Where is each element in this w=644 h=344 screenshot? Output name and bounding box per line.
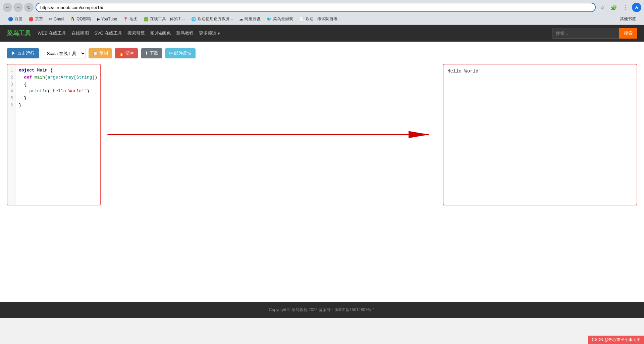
tool-select[interactable]: Scala 在线工具 xyxy=(42,49,86,58)
clear-icon: 🔥 xyxy=(119,51,124,56)
output-wrapper: Hello World! xyxy=(443,64,637,205)
main-content: ▶ 点击运行 Scala 在线工具 📋 复制 🔥 清空 ⬇ 下载 ✉ 邮件反馈 … xyxy=(0,42,644,302)
copy-button[interactable]: 📋 复制 xyxy=(89,48,112,58)
gmail-icon: ✉ xyxy=(49,17,52,21)
bookmarks-bar: 🔵 百度 🔴 京东 ✉ Gmail 🐧 QQ邮箱 ▶ YouTube 📍 地图 … xyxy=(3,14,641,25)
nav-more-label: 更多频道 xyxy=(199,30,216,36)
bookmark-star-icon[interactable]: ☆ xyxy=(598,3,607,12)
browser-chrome: ← → ↻ ☆ 🧩 ⋮ A 🔵 百度 🔴 京东 ✉ Gmail 🐧 QQ邮箱 xyxy=(0,0,644,25)
forward-button[interactable]: → xyxy=(13,3,23,12)
site-navbar: 菜鸟工具 WEB 在线工具 在线画图 SVG 在线工具 搜索引擎 图片&颜色 菜… xyxy=(0,25,644,42)
tools-icon: 🟩 xyxy=(144,17,149,21)
feedback-button[interactable]: ✉ 邮件反馈 xyxy=(165,48,196,58)
games-icon: 🐦 xyxy=(267,17,272,21)
qqmail-icon: 🐧 xyxy=(70,17,75,21)
line-numbers: 1 2 3 4 5 6 xyxy=(7,64,15,205)
run-button[interactable]: ▶ 点击运行 xyxy=(7,48,39,58)
editor-area: 1 2 3 4 5 6 object Main { def main(args:… xyxy=(7,64,637,205)
browser-toolbar: ← → ↻ ☆ 🧩 ⋮ A xyxy=(3,3,641,12)
footer-text: Copyright © 菜鸟教程 2022 备案号：闽ICP备15012807号… xyxy=(269,307,375,312)
search-input[interactable] xyxy=(552,28,619,39)
bookmark-aliyun-label: 阿里云盘 xyxy=(245,16,261,22)
site-footer: Copyright © 菜鸟教程 2022 备案号：闽ICP备15012807号… xyxy=(0,302,644,318)
bookmark-maps-label: 地图 xyxy=(129,16,138,22)
jd-icon: 🔴 xyxy=(29,17,34,21)
jwc-icon: 🌐 xyxy=(191,17,196,21)
code-editor[interactable]: 1 2 3 4 5 6 object Main { def main(args:… xyxy=(7,64,100,205)
clear-label: 清空 xyxy=(125,50,134,56)
exam-icon: 📄 xyxy=(299,17,304,21)
bookmark-jd[interactable]: 🔴 京东 xyxy=(26,15,46,22)
maps-icon: 📍 xyxy=(123,17,128,21)
code-content[interactable]: object Main { def main(args:Array[String… xyxy=(15,64,100,205)
bookmark-gmail[interactable]: ✉ Gmail xyxy=(46,16,67,22)
bookmark-jwc[interactable]: 🌐 欢迎使用正方教务... xyxy=(189,15,236,22)
nav-more-dropdown[interactable]: 更多频道 ▾ xyxy=(199,30,220,36)
other-bookmarks[interactable]: 其他书签 xyxy=(617,15,639,22)
output-text: Hello World! xyxy=(447,68,481,74)
nav-svg[interactable]: SVG 在线工具 xyxy=(94,30,122,36)
code-editor-wrapper: 1 2 3 4 5 6 object Main { def main(args:… xyxy=(7,64,101,205)
arrow-container xyxy=(101,64,443,205)
bookmark-jd-label: 京东 xyxy=(35,16,43,22)
site-logo: 菜鸟工具 xyxy=(7,29,31,37)
search-button[interactable]: 搜索 xyxy=(619,28,637,39)
nav-draw[interactable]: 在线画图 xyxy=(71,30,89,36)
bookmark-tools-label: 在线工具 - 你的工... xyxy=(150,16,185,22)
nav-tutorial[interactable]: 菜鸟教程 xyxy=(176,30,194,36)
search-area: 搜索 xyxy=(552,28,637,39)
aliyun-icon: ☁ xyxy=(239,17,243,21)
bookmark-maps[interactable]: 📍 地图 xyxy=(120,15,140,22)
profile-menu-icon[interactable]: ⋮ xyxy=(621,3,630,12)
bookmark-gmail-label: Gmail xyxy=(54,17,64,21)
avatar[interactable]: A xyxy=(632,3,641,12)
copy-label: 复制 xyxy=(99,50,108,56)
nav-buttons: ← → ↻ xyxy=(3,3,34,12)
bookmark-games[interactable]: 🐦 菜鸟云游戏 xyxy=(264,15,296,22)
chevron-down-icon: ▾ xyxy=(218,31,220,36)
nav-search-engine[interactable]: 搜索引擎 xyxy=(127,30,145,36)
compile-toolbar: ▶ 点击运行 Scala 在线工具 📋 复制 🔥 清空 ⬇ 下载 ✉ 邮件反馈 xyxy=(7,48,637,58)
back-button[interactable]: ← xyxy=(3,3,12,12)
bookmark-aliyun[interactable]: ☁ 阿里云盘 xyxy=(236,15,263,22)
bookmark-tools[interactable]: 🟩 在线工具 - 你的工... xyxy=(141,15,188,22)
bookmark-jwc-label: 欢迎使用正方教务... xyxy=(198,16,233,22)
bookmark-qqmail-label: QQ邮箱 xyxy=(76,16,91,22)
arrow-svg xyxy=(101,121,443,148)
bookmark-qqmail[interactable]: 🐧 QQ邮箱 xyxy=(67,15,94,22)
bookmark-youtube[interactable]: ▶ YouTube xyxy=(94,16,120,22)
site-nav-links: WEB 在线工具 在线画图 SVG 在线工具 搜索引擎 图片&颜色 菜鸟教程 更… xyxy=(38,30,220,36)
bookmark-exam-label: 欢迎 - 考试院自考... xyxy=(306,16,341,22)
toolbar-icons: ☆ 🧩 ⋮ A xyxy=(598,3,641,12)
download-button[interactable]: ⬇ 下载 xyxy=(141,48,163,58)
clear-button[interactable]: 🔥 清空 xyxy=(115,48,138,58)
bookmark-baidu-label: 百度 xyxy=(14,16,22,22)
baidu-icon: 🔵 xyxy=(8,17,13,21)
bookmark-exam[interactable]: 📄 欢迎 - 考试院自考... xyxy=(297,15,343,22)
youtube-icon: ▶ xyxy=(97,17,100,21)
extension-icon[interactable]: 🧩 xyxy=(609,3,619,12)
copy-icon: 📋 xyxy=(93,51,98,56)
refresh-button[interactable]: ↻ xyxy=(24,3,34,12)
nav-image-color[interactable]: 图片&颜色 xyxy=(150,30,171,36)
bookmark-baidu[interactable]: 🔵 百度 xyxy=(5,15,25,22)
address-bar[interactable] xyxy=(36,3,596,12)
bookmark-youtube-label: YouTube xyxy=(101,17,117,21)
nav-web-tools[interactable]: WEB 在线工具 xyxy=(38,30,66,36)
bookmark-games-label: 菜鸟云游戏 xyxy=(273,16,293,22)
